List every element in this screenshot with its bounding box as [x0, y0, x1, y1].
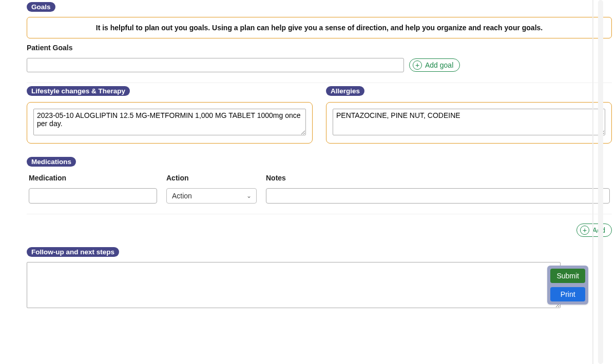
notes-input[interactable]: [266, 188, 610, 204]
right-scroll-rail[interactable]: [592, 0, 616, 364]
col-header-notes: Notes: [266, 174, 610, 182]
medication-input[interactable]: [29, 188, 157, 204]
patient-goals-row: + Add goal: [27, 58, 612, 72]
add-goal-button[interactable]: + Add goal: [409, 58, 460, 72]
lifestyle-section: Lifestyle changes & Therapy: [27, 86, 313, 144]
medications-input-row: Action ⌄: [27, 188, 612, 204]
plus-circle-icon: +: [580, 226, 589, 235]
allergies-box: [326, 102, 612, 144]
patient-goals-label: Patient Goals: [27, 44, 612, 52]
divider: [27, 214, 612, 214]
patient-goals-input[interactable]: [27, 58, 404, 72]
medications-header-row: Medication Action Notes: [27, 174, 612, 182]
allergies-textarea[interactable]: [333, 109, 605, 135]
lifestyle-textarea[interactable]: [33, 109, 306, 135]
followup-textarea[interactable]: [27, 262, 561, 308]
print-button[interactable]: Print: [550, 287, 585, 301]
action-select[interactable]: Action: [166, 188, 257, 204]
medications-section-badge: Medications: [27, 157, 76, 167]
add-goal-label: Add goal: [425, 61, 453, 69]
floating-action-panel: Submit Print: [547, 266, 588, 305]
col-header-medication: Medication: [29, 174, 157, 182]
lifestyle-section-badge: Lifestyle changes & Therapy: [27, 86, 130, 96]
goals-section-badge: Goals: [27, 2, 55, 12]
add-medication-row: + Add: [27, 224, 612, 237]
action-select-wrap: Action ⌄: [166, 188, 257, 204]
followup-section: Follow-up and next steps: [27, 247, 612, 310]
divider: [27, 83, 612, 83]
submit-button[interactable]: Submit: [550, 269, 585, 283]
care-plan-form: Goals It is helpful to plan out you goal…: [0, 0, 616, 310]
followup-section-badge: Follow-up and next steps: [27, 247, 119, 257]
goals-section: Goals It is helpful to plan out you goal…: [27, 2, 612, 83]
allergies-section-badge: Allergies: [326, 86, 364, 96]
goals-info-box: It is helpful to plan out you goals. Usi…: [27, 17, 612, 38]
lifestyle-allergies-row: Lifestyle changes & Therapy Allergies: [27, 86, 612, 144]
col-header-action: Action: [166, 174, 257, 182]
medications-section: Medications Medication Action Notes Acti…: [27, 157, 612, 237]
plus-circle-icon: +: [413, 60, 422, 70]
lifestyle-box: [27, 102, 313, 144]
allergies-section: Allergies: [326, 86, 612, 144]
